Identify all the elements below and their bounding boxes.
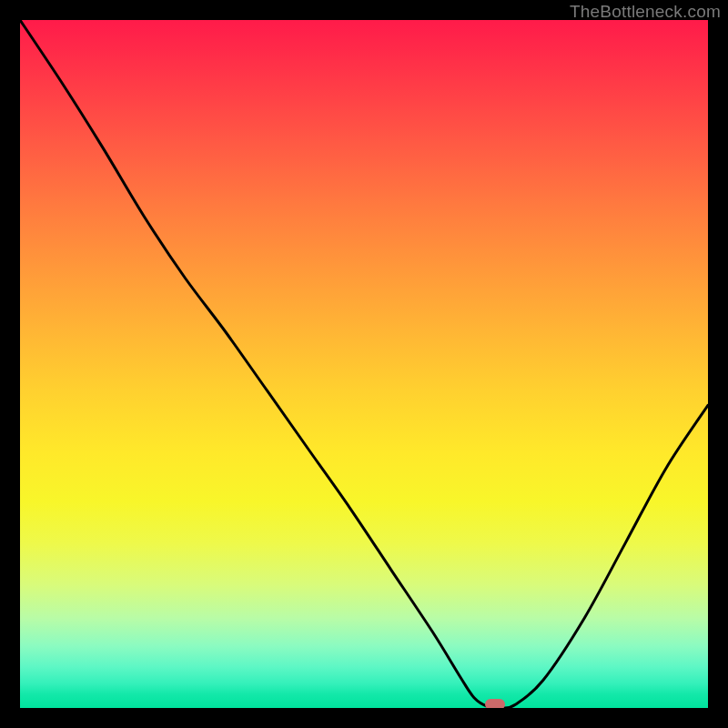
optimal-point-marker bbox=[485, 699, 505, 708]
plot-area bbox=[20, 20, 708, 708]
bottleneck-curve bbox=[20, 20, 708, 708]
chart-frame: TheBottleneck.com bbox=[0, 0, 728, 728]
watermark-text: TheBottleneck.com bbox=[570, 2, 721, 22]
